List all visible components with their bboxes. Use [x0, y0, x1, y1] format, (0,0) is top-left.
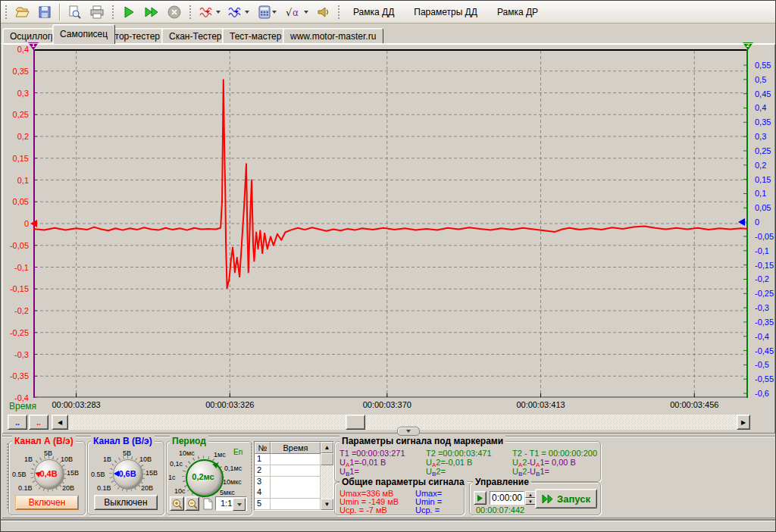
- signal-a-button[interactable]: [196, 2, 223, 22]
- zoom-in-icon: [172, 499, 183, 509]
- waveform-plot[interactable]: 1 2: [33, 49, 748, 398]
- chevron-down-icon: [406, 430, 411, 433]
- right-axis-tick: -0,05: [755, 232, 774, 241]
- sound-button[interactable]: [312, 2, 333, 22]
- channel-b-zero-arrow[interactable]: [738, 218, 745, 226]
- zoom-out-icon: [187, 499, 198, 509]
- table-header-time[interactable]: Время: [271, 442, 321, 454]
- table-scroll-down-button[interactable]: ▼: [321, 499, 333, 510]
- tab-test-master[interactable]: Тест-мастер: [222, 28, 289, 44]
- new-page-button[interactable]: [200, 496, 214, 511]
- collapse-panel-button[interactable]: [397, 427, 420, 436]
- start-button[interactable]: Запуск: [535, 489, 597, 509]
- table-header-number[interactable]: №: [255, 442, 271, 454]
- recorder-chart-panel: 0,40,350,30,250,20,150,10,050-0,05-0,1-0…: [2, 44, 775, 433]
- small-play-icon: [477, 495, 483, 502]
- table-row-number[interactable]: 2: [255, 465, 271, 477]
- table-row-time[interactable]: [271, 499, 321, 510]
- dropdown-arrow-icon: [304, 11, 308, 14]
- right-axis-tick: 0,1: [755, 189, 766, 198]
- record-play-button[interactable]: [474, 491, 487, 505]
- time-spin-down-button[interactable]: ▼: [525, 498, 536, 505]
- motor-master-window: √ α Рамка ДД Параметры ДД Рамка ДР Осцил…: [0, 0, 776, 532]
- time-spin-up-button[interactable]: ▲: [525, 491, 536, 498]
- calculator-icon: [258, 5, 271, 20]
- marker-1-select-button[interactable]: ..: [8, 415, 27, 430]
- up-arrow-icon: ▲: [324, 444, 330, 451]
- scroll-left-button[interactable]: ◀: [52, 415, 68, 430]
- zoom-out-button[interactable]: [185, 496, 199, 511]
- waveform-svg: [33, 49, 748, 398]
- marker-params-group: Параметры сигнала под маркерами T1 =00:0…: [334, 441, 601, 482]
- record-time-input[interactable]: 0:00:00: [490, 491, 524, 505]
- dropdown-arrow-icon: [245, 11, 249, 14]
- zoom-in-button[interactable]: [170, 496, 184, 511]
- table-row-number[interactable]: 1: [255, 454, 271, 465]
- knob-scale-label: 0.5В: [91, 471, 105, 478]
- toolbar-grip[interactable]: [189, 5, 192, 20]
- print-preview-button[interactable]: [64, 2, 85, 22]
- print-button[interactable]: [86, 2, 108, 22]
- tab-website[interactable]: www.motor-master.ru: [283, 28, 383, 44]
- frame-dr-button[interactable]: Рамка ДР: [488, 4, 547, 20]
- table-row-number[interactable]: 3: [255, 477, 271, 488]
- fast-forward-button[interactable]: [141, 2, 162, 22]
- x-axis-tick: 00:00:03:283: [52, 400, 100, 409]
- scale-ratio-value: 1:1: [221, 499, 232, 508]
- uavg-b: Uср. =: [415, 505, 440, 515]
- play-button[interactable]: [118, 2, 139, 22]
- play-icon: [121, 5, 136, 20]
- knob-scale-label: 10мкс: [223, 478, 242, 486]
- horizontal-scrollbar-thumb[interactable]: [346, 415, 365, 430]
- channel-a-zero-arrow[interactable]: [30, 220, 37, 227]
- table-scrollbar-thumb[interactable]: [321, 453, 333, 465]
- table-row-number[interactable]: 5: [255, 499, 271, 510]
- scroll-right-button[interactable]: ▶: [737, 415, 750, 430]
- left-axis-tick: -0,3: [14, 350, 29, 359]
- left-axis-tick: 0,3: [17, 89, 29, 98]
- toolbar-grip[interactable]: [5, 5, 8, 20]
- table-row-number[interactable]: 4: [255, 487, 271, 499]
- marker-2-select-button[interactable]: ..: [29, 415, 48, 430]
- toolbar-grip[interactable]: [111, 5, 114, 20]
- channel-b-toggle-button[interactable]: Выключен: [94, 495, 158, 510]
- knob-scale-label: 10В: [61, 455, 73, 463]
- print-preview-icon: [67, 5, 82, 20]
- knob-scale-label: 0,1мс: [224, 465, 242, 472]
- open-button[interactable]: [11, 2, 33, 22]
- x-axis-tick: 00:00:03:456: [670, 400, 718, 409]
- dropdown-arrow-icon: [272, 11, 277, 14]
- table-row-time[interactable]: [271, 487, 321, 499]
- knob-scale-label: 20В: [62, 484, 74, 492]
- signal-b-button[interactable]: [224, 2, 252, 22]
- params-dd-button[interactable]: Параметры ДД: [405, 4, 487, 20]
- right-axis-tick: -0,2: [755, 274, 769, 283]
- uavg-a: Uср. = -7 мВ: [340, 505, 387, 515]
- formula-button[interactable]: √ α: [282, 2, 311, 22]
- combobox-dropdown-button[interactable]: [233, 498, 246, 511]
- scale-ratio-combobox[interactable]: 1:1: [215, 496, 247, 511]
- print-icon: [89, 5, 105, 20]
- start-icon: [542, 494, 554, 504]
- save-button[interactable]: [34, 2, 55, 22]
- channel-a-toggle-button[interactable]: Включен: [15, 495, 79, 510]
- period-group: Период En 10мс1мс0,1мс10мкс5мкс0,1с1с10с…: [166, 441, 252, 515]
- tab-recorder[interactable]: Самописец: [52, 24, 115, 44]
- calculator-button[interactable]: [253, 2, 280, 22]
- knob-scale-label: 5мкс: [220, 489, 235, 496]
- tab-scan-tester[interactable]: Скан-Тестер: [161, 28, 230, 44]
- table-row-time[interactable]: [271, 477, 321, 488]
- table-row-time[interactable]: [271, 454, 321, 465]
- toolbar-grip[interactable]: [337, 5, 340, 20]
- table-scroll-up-button[interactable]: ▲: [321, 442, 333, 453]
- elapsed-time: 00:00:07:442: [476, 505, 537, 515]
- stop-button[interactable]: [164, 2, 185, 22]
- right-axis-tick: 0,25: [755, 146, 771, 155]
- table-row-time[interactable]: [271, 465, 321, 477]
- events-table: № Время 12345 ▲ ▼: [254, 441, 334, 511]
- knob-scale-label: 0.1В: [97, 484, 111, 492]
- x-axis-tick: 00:00:03:326: [205, 400, 254, 409]
- stop-icon: [167, 5, 182, 20]
- frame-dd-button[interactable]: Рамка ДД: [344, 4, 403, 20]
- right-axis-tick: -0,55: [755, 374, 774, 383]
